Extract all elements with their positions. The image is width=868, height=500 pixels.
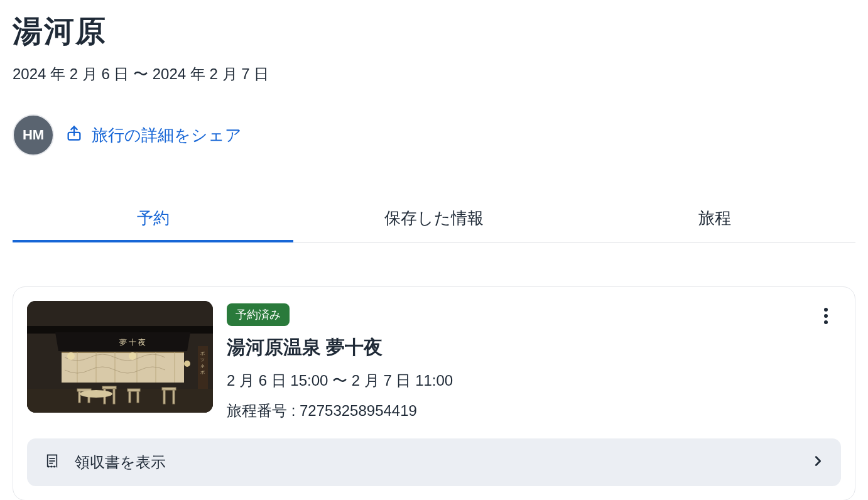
svg-text:ツ: ツ	[200, 357, 205, 362]
receipt-icon	[43, 452, 61, 472]
view-receipt-button[interactable]: 領収書を表示	[27, 438, 841, 486]
user-avatar[interactable]: HM	[13, 114, 54, 156]
itinerary-label: 旅程番号 :	[227, 402, 295, 419]
hotel-name: 湯河原温泉 夢十夜	[227, 335, 841, 361]
receipt-label: 領収書を表示	[75, 452, 797, 472]
svg-text:ボ: ボ	[200, 351, 205, 356]
svg-rect-22	[27, 389, 213, 413]
hotel-image: ボ ツ ネ ボ 夢 十 夜	[27, 301, 213, 413]
svg-point-14	[129, 352, 136, 360]
svg-text:ボ: ボ	[200, 370, 205, 375]
svg-rect-28	[113, 389, 115, 404]
share-icon	[65, 124, 83, 146]
svg-rect-31	[137, 391, 139, 403]
more-icon-dot	[824, 320, 828, 324]
share-trip-button[interactable]: 旅行の詳細をシェア	[65, 124, 242, 146]
svg-rect-5	[62, 352, 184, 383]
checkin-checkout: 2 月 6 日 15:00 〜 2 月 7 日 11:00	[227, 371, 841, 391]
itinerary-number: 旅程番号 : 72753258954419	[227, 401, 841, 421]
svg-point-35	[80, 390, 112, 398]
share-trip-label: 旅行の詳細をシェア	[92, 124, 242, 146]
svg-rect-34	[173, 390, 175, 404]
trip-date-range: 2024 年 2 月 6 日 〜 2024 年 2 月 7 日	[13, 64, 855, 84]
itinerary-value: 72753258954419	[300, 402, 417, 419]
tab-itinerary[interactable]: 旅程	[575, 193, 855, 242]
svg-rect-29	[127, 389, 140, 391]
booking-card[interactable]: ボ ツ ネ ボ 夢 十 夜	[13, 286, 855, 500]
svg-rect-30	[129, 391, 131, 403]
more-icon-dot	[824, 314, 828, 318]
svg-point-13	[67, 352, 75, 360]
more-icon-dot	[824, 308, 828, 312]
svg-text:夢 十 夜: 夢 十 夜	[119, 338, 146, 347]
chevron-right-icon	[811, 454, 825, 470]
tab-saved[interactable]: 保存した情報	[293, 193, 574, 242]
more-options-button[interactable]	[813, 303, 838, 329]
svg-rect-33	[163, 390, 165, 404]
svg-text:ネ: ネ	[200, 364, 205, 369]
trip-tabs: 予約 保存した情報 旅程	[13, 193, 855, 242]
svg-rect-24	[79, 391, 80, 403]
tab-bookings[interactable]: 予約	[13, 193, 293, 242]
svg-rect-26	[102, 386, 116, 389]
status-badge: 予約済み	[227, 303, 290, 326]
svg-rect-32	[162, 388, 176, 390]
trip-title: 湯河原	[13, 11, 855, 52]
svg-point-15	[184, 361, 190, 367]
